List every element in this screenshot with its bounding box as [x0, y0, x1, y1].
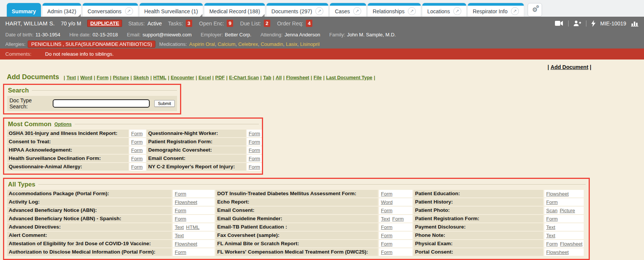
quicklink-e-chart-scan[interactable]: E-Chart Scan — [229, 75, 259, 80]
tab-summary[interactable]: Summary — [7, 3, 41, 17]
popout-icon[interactable]: ↗ — [315, 7, 323, 15]
duplicate-badge[interactable]: DUPLICATE — [87, 20, 122, 27]
doc-type-search-input[interactable] — [53, 99, 149, 108]
allergy-badge[interactable]: PENICILLINS , SULFA(SULFONAMIDE ANTIBIOT… — [28, 41, 155, 48]
tab-medical-record-188[interactable]: Medical Record (188) — [204, 3, 265, 17]
medication-link-lisinopril[interactable]: Lisinopril — [300, 41, 320, 47]
popout-icon[interactable]: ↗ — [353, 7, 361, 15]
doc-link-form[interactable]: Form — [381, 208, 392, 213]
doc-link-text[interactable]: Text — [546, 224, 555, 230]
doc-link-form[interactable]: Form — [175, 191, 186, 197]
doc-link-form[interactable]: Form — [381, 233, 392, 238]
doc-link-form[interactable]: Form — [381, 224, 392, 230]
doc-link-form[interactable]: Form — [249, 139, 260, 145]
doc-link-text[interactable]: Text — [381, 216, 390, 222]
medication-link-lasix[interactable]: Lasix — [286, 41, 297, 47]
quicklink-pdf[interactable]: PDF — [215, 75, 225, 80]
doc-type-links: Form — [379, 223, 412, 231]
doc-type-name: Email Guideline Reminder: — [216, 215, 378, 222]
doc-link-form[interactable]: Form — [131, 139, 143, 145]
tab-relationships[interactable]: Relationships↗ — [368, 3, 421, 17]
quicklink-flowsheet[interactable]: Flowsheet — [286, 75, 309, 80]
tab-conversations[interactable]: Conversations↗ — [83, 3, 138, 17]
doc-link-text[interactable]: Text — [175, 233, 184, 238]
tab-cases[interactable]: Cases↗ — [330, 3, 366, 17]
quicklink-last-document-type[interactable]: Last Document Type — [326, 75, 372, 80]
settings-gear-button[interactable]: ⚙⚙ — [528, 3, 542, 17]
medication-link-aspirin-oral[interactable]: Aspirin Oral — [189, 41, 215, 47]
popout-icon[interactable]: ↗ — [125, 7, 133, 15]
doc-link-form[interactable]: Form — [175, 208, 186, 213]
counter-open-enc: Open Enc:9 — [199, 20, 233, 27]
options-link[interactable]: Options — [55, 122, 72, 127]
doc-link-flowsheet[interactable]: Flowsheet — [546, 249, 569, 255]
all-types-section: All Types Accommodations Package (Portal… — [3, 178, 590, 260]
doc-link-form[interactable]: Form — [131, 131, 143, 136]
doc-link-form[interactable]: Form — [249, 164, 260, 170]
all-types-rows: Accommodations Package (Portal Form):For… — [7, 190, 586, 256]
tab-respirator-info[interactable]: Respirator Info↗ — [468, 3, 524, 17]
doc-link-form[interactable]: Form — [381, 241, 392, 247]
medication-link-coumadin[interactable]: Coumadin — [261, 41, 283, 47]
doc-link-form[interactable]: Form — [249, 147, 260, 153]
tab-health-surveillance-1[interactable]: Health Surveillance (1) — [139, 3, 203, 17]
doc-link-flowsheet[interactable]: Flowsheet — [175, 199, 197, 205]
doc-link-scan[interactable]: Scan — [546, 208, 558, 213]
doc-type-name: Alert Comment: — [7, 232, 172, 239]
doc-link-form[interactable]: Form — [175, 249, 186, 255]
quicklink-picture[interactable]: Picture — [113, 75, 129, 80]
tab-documents-297[interactable]: Documents (297)↗ — [266, 3, 328, 17]
tab-locations[interactable]: Locations↗ — [422, 3, 466, 17]
medication-link-calcium[interactable]: Calcium — [218, 41, 235, 47]
popout-icon[interactable]: ↗ — [408, 7, 416, 15]
doc-link-form[interactable]: Form — [381, 191, 392, 197]
submit-button[interactable]: Submit — [154, 100, 175, 107]
counter-badge[interactable]: 2 — [264, 20, 270, 27]
popout-icon[interactable]: ↗ — [511, 7, 519, 15]
doc-link-word[interactable]: Word — [381, 199, 393, 205]
add-document-link[interactable]: Add Document — [551, 64, 589, 70]
quicklink-form[interactable]: Form — [97, 75, 108, 80]
doc-link-html[interactable]: HTML — [186, 224, 199, 230]
doc-link-text[interactable]: Text — [546, 233, 555, 238]
chart-stats-icon[interactable] — [631, 20, 639, 27]
doc-link-flowsheet[interactable]: Flowsheet — [175, 241, 197, 247]
video-camera-icon[interactable] — [555, 20, 563, 26]
quicklink-word[interactable]: Word — [80, 75, 92, 80]
quicklink-html[interactable]: HTML — [153, 75, 166, 80]
quicklink-encounter[interactable]: Encounter — [171, 75, 194, 80]
doc-link-form[interactable]: Form — [175, 216, 186, 222]
doc-link-form[interactable]: Form — [131, 164, 143, 170]
quicklink-file[interactable]: File — [313, 75, 322, 80]
quicklink-text[interactable]: Text — [67, 75, 76, 80]
doc-link-flowsheet[interactable]: Flowsheet — [546, 191, 569, 197]
quicklink-all[interactable]: All — [276, 75, 282, 80]
tab-admin-342[interactable]: Admin (342) — [42, 3, 81, 17]
doc-type-name: FL Animal Bite or Scratch Report: — [216, 240, 378, 247]
doc-link-form[interactable]: Form — [546, 199, 558, 205]
quicklink-sketch[interactable]: Sketch — [133, 75, 149, 80]
doc-link-form[interactable]: Form — [131, 156, 143, 161]
doc-link-form[interactable]: Form — [546, 216, 558, 222]
popout-icon[interactable]: ↗ — [453, 7, 461, 15]
field-label: Hire date: — [69, 32, 91, 38]
doc-type-name: HIPAA Acknowledgement: — [7, 146, 128, 154]
lightning-icon[interactable] — [591, 20, 595, 27]
doc-link-form[interactable]: Form — [131, 147, 143, 153]
doc-link-form[interactable]: Form — [249, 156, 260, 161]
counter-badge[interactable]: 4 — [306, 20, 312, 27]
doc-link-flowsheet[interactable]: Flowsheet — [560, 241, 582, 247]
doc-link-form[interactable]: Form — [381, 249, 392, 255]
doc-link-picture[interactable]: Picture — [560, 208, 575, 213]
doc-link-form[interactable]: Form — [392, 216, 404, 222]
quicklink-excel[interactable]: Excel — [199, 75, 211, 80]
doc-type-links: Form — [247, 155, 262, 162]
counter-badge[interactable]: 9 — [227, 20, 233, 27]
doc-link-form[interactable]: Form — [546, 241, 558, 247]
add-user-icon[interactable] — [573, 20, 581, 27]
doc-link-text[interactable]: Text — [175, 224, 184, 230]
doc-link-form[interactable]: Form — [249, 131, 260, 136]
medication-link-celebrex[interactable]: Celebrex — [238, 41, 258, 47]
counter-badge[interactable]: 3 — [186, 20, 192, 27]
quicklink-tab[interactable]: Tab — [263, 75, 271, 80]
